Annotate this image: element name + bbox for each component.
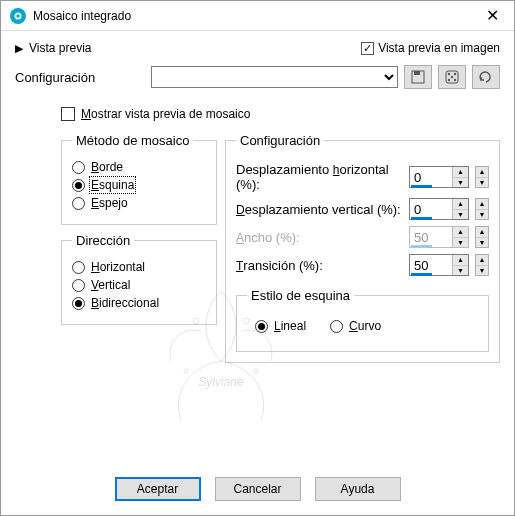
method-option-1[interactable]: Esquina <box>72 178 206 192</box>
setting-row-1: Desplazamiento vertical (%):▲▼▲▼ <box>236 198 489 220</box>
spinner-menu-button: ▲▼ <box>475 226 489 248</box>
radio-label: Horizontal <box>91 260 145 274</box>
radio-label: Borde <box>91 160 123 174</box>
spin-down-icon[interactable]: ▼ <box>453 210 468 220</box>
radio-label: Curvo <box>349 319 381 333</box>
dialog-window: Mosaico integrado ✕ ▶ Vista previa ✓ Vis… <box>0 0 515 516</box>
preview-expander[interactable]: ▶ Vista previa <box>15 41 361 55</box>
radio-label: Espejo <box>91 196 128 210</box>
setting-row-3: Transición (%):▲▼▲▼ <box>236 254 489 276</box>
settings-legend: Configuración <box>236 133 324 148</box>
setting-label: Ancho (%): <box>236 230 403 245</box>
spin-up-icon: ▲ <box>453 227 468 238</box>
radio-icon <box>72 179 85 192</box>
radio-icon <box>72 279 85 292</box>
radio-icon <box>72 261 85 274</box>
spin-down-icon[interactable]: ▼ <box>453 178 468 188</box>
setting-spinner-3[interactable]: ▲▼ <box>409 254 469 276</box>
spin-up-icon[interactable]: ▲ <box>453 199 468 210</box>
config-dropdown[interactable] <box>151 66 398 88</box>
corner-style-option-0[interactable]: Lineal <box>255 319 306 333</box>
show-mosaic-preview-checkbox[interactable]: Mostrar vista previa de mosaico <box>61 107 250 121</box>
spinner-menu-button[interactable]: ▲▼ <box>475 166 489 188</box>
preview-label: Vista previa <box>29 41 91 55</box>
spinner-input[interactable] <box>410 255 452 275</box>
setting-label: Desplazamiento horizontal (%): <box>236 162 403 192</box>
setting-row-2: Ancho (%):▲▼▲▼ <box>236 226 489 248</box>
expand-icon: ▶ <box>15 42 23 55</box>
radio-icon <box>72 297 85 310</box>
spin-up-icon[interactable]: ▲ <box>453 167 468 178</box>
checkbox-icon: ✓ <box>361 42 374 55</box>
config-label: Configuración <box>15 70 145 85</box>
checkbox-icon <box>61 107 75 121</box>
corner-style-group: Estilo de esquina LinealCurvo <box>236 288 489 352</box>
svg-point-10 <box>454 79 456 81</box>
radio-label: Lineal <box>274 319 306 333</box>
title-bar: Mosaico integrado ✕ <box>1 1 514 31</box>
radio-icon <box>72 161 85 174</box>
svg-point-2 <box>16 14 19 17</box>
preview-in-image-checkbox[interactable]: ✓ Vista previa en imagen <box>361 41 500 55</box>
svg-point-6 <box>448 73 450 75</box>
setting-spinner-1[interactable]: ▲▼ <box>409 198 469 220</box>
direction-option-0[interactable]: Horizontal <box>72 260 206 274</box>
direction-option-2[interactable]: Bidireccional <box>72 296 206 310</box>
method-legend: Método de mosaico <box>72 133 193 148</box>
svg-text:Sylviane: Sylviane <box>198 375 244 389</box>
radio-icon <box>330 320 343 333</box>
reset-button[interactable] <box>472 65 500 89</box>
show-mosaic-preview-label: Mostrar vista previa de mosaico <box>81 107 250 121</box>
radio-label: Bidireccional <box>91 296 159 310</box>
setting-row-0: Desplazamiento horizontal (%):▲▼▲▼ <box>236 162 489 192</box>
spin-up-icon[interactable]: ▲ <box>453 255 468 266</box>
randomize-button[interactable] <box>438 65 466 89</box>
dialog-body: ▶ Vista previa ✓ Vista previa en imagen … <box>1 31 514 377</box>
window-title: Mosaico integrado <box>33 9 470 23</box>
setting-label: Desplazamiento vertical (%): <box>236 202 403 217</box>
svg-point-7 <box>454 73 456 75</box>
corner-style-option-1[interactable]: Curvo <box>330 319 381 333</box>
spinner-input[interactable] <box>410 167 452 187</box>
cancel-button[interactable]: Cancelar <box>215 477 301 501</box>
setting-label: Transición (%): <box>236 258 403 273</box>
radio-icon <box>72 197 85 210</box>
radio-label: Vertical <box>91 278 130 292</box>
help-button[interactable]: Ayuda <box>315 477 401 501</box>
setting-spinner-0[interactable]: ▲▼ <box>409 166 469 188</box>
radio-icon <box>255 320 268 333</box>
direction-legend: Dirección <box>72 233 134 248</box>
spinner-menu-button[interactable]: ▲▼ <box>475 198 489 220</box>
save-preset-button[interactable] <box>404 65 432 89</box>
svg-point-8 <box>451 76 453 78</box>
direction-group: Dirección HorizontalVerticalBidirecciona… <box>61 233 217 325</box>
svg-point-9 <box>448 79 450 81</box>
spin-down-icon[interactable]: ▼ <box>453 266 468 276</box>
method-group: Método de mosaico BordeEsquinaEspejo <box>61 133 217 225</box>
corner-style-legend: Estilo de esquina <box>247 288 354 303</box>
spinner-input <box>410 227 452 247</box>
svg-rect-4 <box>414 71 420 75</box>
direction-option-1[interactable]: Vertical <box>72 278 206 292</box>
spinner-input[interactable] <box>410 199 452 219</box>
settings-group: Configuración Desplazamiento horizontal … <box>225 133 500 363</box>
spin-down-icon: ▼ <box>453 238 468 248</box>
close-button[interactable]: ✕ <box>470 1 514 31</box>
method-option-0[interactable]: Borde <box>72 160 206 174</box>
ok-button[interactable]: Aceptar <box>115 477 201 501</box>
radio-label: Esquina <box>91 178 134 192</box>
app-icon <box>9 7 27 25</box>
preview-in-image-label: Vista previa en imagen <box>378 41 500 55</box>
spinner-menu-button[interactable]: ▲▼ <box>475 254 489 276</box>
method-option-2[interactable]: Espejo <box>72 196 206 210</box>
setting-spinner-2: ▲▼ <box>409 226 469 248</box>
